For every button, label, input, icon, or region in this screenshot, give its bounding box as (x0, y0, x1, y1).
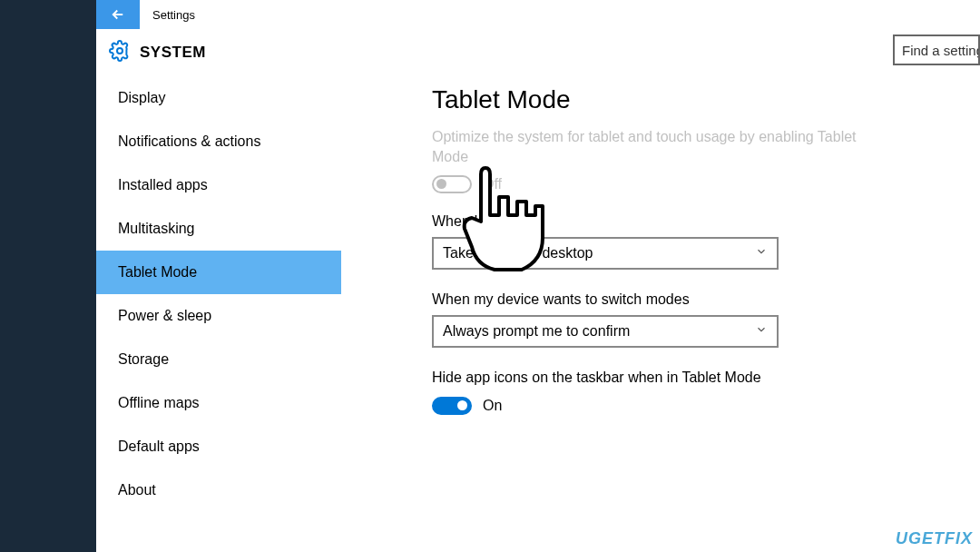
window-title: Settings (140, 8, 195, 22)
svg-point-0 (117, 48, 122, 54)
tablet-mode-toggle-state: Off (483, 176, 502, 192)
signin-dropdown-value: Take me to the desktop (443, 245, 593, 261)
page-title: Tablet Mode (432, 85, 980, 114)
switch-modes-dropdown-value: Always prompt me to confirm (443, 323, 630, 340)
sidebar-item-multitasking[interactable]: Multitasking (96, 207, 341, 251)
sidebar-item-label: Storage (118, 351, 169, 368)
sidebar-item-label: Tablet Mode (118, 264, 197, 281)
tablet-mode-toggle[interactable] (432, 175, 472, 193)
gear-icon (109, 40, 131, 65)
content-pane: Tablet Mode Optimize the system for tabl… (341, 76, 980, 552)
header-title: SYSTEM (140, 44, 206, 62)
sidebar-item-label: Installed apps (118, 177, 208, 193)
signin-dropdown[interactable]: Take me to the desktop (432, 237, 779, 270)
sidebar-item-display[interactable]: Display (96, 76, 341, 120)
sidebar-item-power-sleep[interactable]: Power & sleep (96, 294, 341, 338)
sidebar-item-label: Default apps (118, 439, 200, 455)
find-setting-input[interactable]: Find a setting (893, 34, 980, 65)
hide-icons-toggle-state: On (483, 398, 502, 414)
hide-icons-toggle[interactable] (432, 397, 472, 415)
sidebar-item-installed-apps[interactable]: Installed apps (96, 163, 341, 207)
hide-icons-label: Hide app icons on the taskbar when in Ta… (432, 370, 980, 386)
sidebar-item-label: About (118, 482, 156, 498)
sidebar-item-about[interactable]: About (96, 468, 341, 512)
back-button[interactable] (96, 0, 140, 29)
tablet-mode-toggle-row: Off (432, 175, 980, 193)
toggle-knob (436, 179, 446, 189)
switch-modes-label: When my device wants to switch modes (432, 291, 980, 308)
page-header: SYSTEM Find a setting (96, 29, 980, 76)
chevron-down-icon (755, 245, 768, 261)
sidebar-item-label: Display (118, 90, 165, 106)
sidebar: Display Notifications & actions Installe… (96, 76, 341, 552)
switch-modes-dropdown[interactable]: Always prompt me to confirm (432, 315, 779, 348)
sidebar-item-label: Power & sleep (118, 308, 211, 324)
hide-icons-toggle-row: On (432, 397, 980, 415)
chevron-down-icon (755, 323, 768, 340)
sidebar-item-notifications[interactable]: Notifications & actions (96, 120, 341, 163)
sidebar-item-label: Offline maps (118, 395, 200, 411)
tablet-mode-description: Optimize the system for tablet and touch… (432, 127, 858, 168)
titlebar: Settings (96, 0, 980, 29)
watermark: UGETFIX (896, 529, 973, 548)
body: Display Notifications & actions Installe… (96, 76, 980, 552)
sidebar-item-default-apps[interactable]: Default apps (96, 425, 341, 468)
settings-window: Settings SYSTEM Find a setting Display N… (96, 0, 980, 552)
signin-label: When I sign in (432, 213, 980, 230)
toggle-knob (457, 400, 467, 410)
sidebar-item-label: Multitasking (118, 221, 194, 237)
sidebar-item-label: Notifications & actions (118, 133, 260, 150)
sidebar-item-offline-maps[interactable]: Offline maps (96, 381, 341, 425)
sidebar-item-tablet-mode[interactable]: Tablet Mode (96, 251, 341, 294)
sidebar-item-storage[interactable]: Storage (96, 338, 341, 381)
arrow-left-icon (110, 6, 126, 23)
